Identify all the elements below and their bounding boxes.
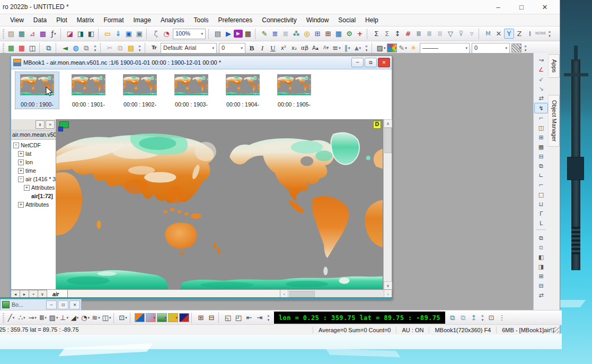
minwin-minimize-button[interactable]: ─ [46, 300, 57, 309]
data-mode-badge[interactable]: D [373, 121, 381, 129]
glow-button[interactable]: ☀ [408, 42, 419, 54]
add-new-rows-icon[interactable]: ▦ [16, 42, 27, 54]
data-connector-icon[interactable] [58, 121, 69, 132]
group-icon[interactable]: ⊞ [535, 271, 547, 281]
tree-toggle-icon[interactable]: + [24, 185, 30, 191]
tab-apps[interactable]: Apps [548, 54, 560, 78]
minimize-button[interactable]: – [487, 0, 510, 14]
tab-object-manager[interactable]: Object Manager [548, 95, 560, 147]
close-button[interactable]: ✕ [533, 0, 556, 14]
zoom-out-button[interactable]: ⊟ [206, 312, 217, 323]
web-connect-icon[interactable]: ◍ [70, 42, 81, 54]
vertical-scroll-thumb[interactable] [384, 128, 392, 153]
toolbar-overflow[interactable]: »▾ [546, 28, 553, 39]
axis-corner-icon[interactable]: Γ [535, 209, 547, 218]
tree-item-lon[interactable]: +lon [11, 158, 56, 166]
ungroup-icon[interactable]: ⊟ [535, 281, 547, 290]
dock-panel-icon[interactable]: ⋮ [497, 312, 507, 323]
result-log-icon[interactable]: ◎ [302, 28, 312, 39]
plot-3d-wireframe-button[interactable]: ▾ [146, 313, 156, 322]
save-template-icon[interactable]: ▣ [134, 28, 145, 39]
table-icon[interactable]: ⊞ [323, 28, 333, 39]
i-beam-icon[interactable]: Ι [525, 28, 535, 39]
tree-item-air-attributes[interactable]: +Attributes [11, 183, 56, 192]
underline-button[interactable]: U [268, 42, 278, 54]
apply-format-button[interactable]: ⧉ [458, 312, 469, 323]
shift-left-button[interactable]: ⇤ [244, 312, 254, 323]
new-folder-icon[interactable]: ▤ [6, 28, 16, 39]
apply-format-source-button[interactable]: ⧉ [447, 312, 458, 323]
line-width-combo[interactable]: 0▾ [472, 43, 510, 54]
menu-analysis[interactable]: Analysis [156, 16, 189, 24]
rotate-xy-tool-icon[interactable]: ⇄ [535, 93, 547, 103]
image-plot-button[interactable]: ▨▾ [48, 312, 59, 323]
project-explorer-icon[interactable]: ⁂ [291, 28, 302, 39]
layer-grid-9-icon[interactable]: ▦ [535, 142, 547, 152]
menu-window[interactable]: Window [302, 16, 334, 24]
polyline2-tool-icon[interactable]: ↘ [535, 84, 547, 93]
menu-social[interactable]: Social [333, 16, 360, 24]
plot-heatmap-button[interactable]: ▾ [179, 313, 189, 322]
polar-plot-button[interactable]: ◔▾ [80, 312, 91, 323]
video-icon[interactable]: ▶ [234, 30, 243, 38]
resize-grip[interactable] [553, 327, 559, 333]
menu-data[interactable]: Data [29, 16, 51, 24]
tree-item-time[interactable]: +time [11, 166, 56, 175]
fill-color-button[interactable]: ▨▾ [376, 42, 386, 54]
tree-item-attributes[interactable]: +Attributes [11, 200, 56, 209]
new-graph-icon[interactable]: ⊿ [27, 28, 38, 39]
palette-button[interactable]: ▾ [387, 43, 397, 52]
bold-button[interactable]: B [246, 42, 257, 54]
menu-matrix[interactable]: Matrix [72, 16, 99, 24]
menu-image[interactable]: Image [129, 16, 156, 24]
toolbar-overflow[interactable]: »▾ [136, 42, 143, 54]
font-tool-icon[interactable]: Tr [149, 42, 160, 54]
edit-mode-icon[interactable]: ✎ [259, 28, 270, 39]
stem-plot-button[interactable]: ⊥▾ [59, 312, 69, 323]
move-column-icon[interactable]: ◫ [27, 42, 38, 54]
filter-remove-icon[interactable]: ⊽ [456, 28, 466, 39]
stopwatch-icon[interactable]: ◔ [161, 28, 172, 39]
line-symbol-plot-button[interactable]: ⊸▾ [27, 312, 38, 323]
swap-icon[interactable]: ⇄ [535, 290, 547, 300]
greek-button[interactable]: αβ [299, 42, 310, 54]
menu-connectivity[interactable]: Connectivity [257, 16, 301, 24]
thumbnail-1902[interactable]: 00:00 : 1902- [118, 72, 162, 109]
tree-toggle-icon[interactable]: − [13, 143, 19, 148]
sort-icon[interactable]: ↕ [392, 28, 403, 39]
panel-expand-button[interactable]: » [46, 120, 55, 129]
layer-grid-2-icon[interactable]: ◫ [535, 123, 547, 132]
menu-plot[interactable]: Plot [51, 16, 72, 24]
area-plot-button[interactable]: ◢▾ [69, 312, 80, 323]
set-y-icon[interactable]: Y [504, 29, 514, 39]
thumbnail-1905[interactable]: 00:00 : 1905- [272, 72, 316, 109]
align-button[interactable]: ≡▾ [331, 42, 342, 54]
toolbar-overflow[interactable]: »▾ [265, 312, 272, 323]
toolbar-overflow[interactable]: »▾ [479, 312, 486, 323]
tree-toggle-icon[interactable]: − [18, 176, 24, 182]
scale-axes-tool-icon[interactable]: ∠ [535, 65, 547, 74]
tree-item-lat[interactable]: +lat [11, 149, 56, 158]
subscript-button[interactable]: x₂ [289, 42, 299, 54]
plot-3d-surface-button[interactable]: ▾ [135, 313, 145, 322]
superscript-button[interactable]: x² [278, 42, 289, 54]
copy-book-icon[interactable]: ⧉ [81, 42, 92, 54]
film-strip-icon[interactable]: ▦ [243, 28, 253, 39]
zoom-combo[interactable]: 100%▾ [173, 29, 206, 39]
extract-layers-icon[interactable]: ⧉ [535, 161, 547, 171]
print-icon[interactable]: ▤ [213, 28, 223, 39]
font-size-combo[interactable]: 0▾ [219, 43, 245, 54]
shift-right-button[interactable]: ⇥ [254, 312, 265, 323]
template-library-button[interactable]: ⊡▾ [118, 312, 128, 323]
tree-toggle-icon[interactable]: + [18, 168, 24, 174]
matrix-image-view[interactable]: D [56, 119, 383, 290]
new-layout-icon[interactable]: ◧ [86, 28, 96, 39]
format-layers-icon[interactable]: ≣ [280, 28, 291, 39]
panel-close-button[interactable]: x [36, 120, 45, 129]
zoom-pan-tool-icon[interactable]: ↝ [535, 55, 547, 65]
maximize-button[interactable]: □ [510, 0, 533, 14]
scroll-up-icon[interactable]: ∧ [384, 119, 392, 128]
arrange-front-icon[interactable]: ⧉ [535, 233, 547, 243]
sum-column-icon[interactable]: Σ [382, 28, 392, 39]
mbook-close-button[interactable]: ✕ [378, 58, 390, 67]
